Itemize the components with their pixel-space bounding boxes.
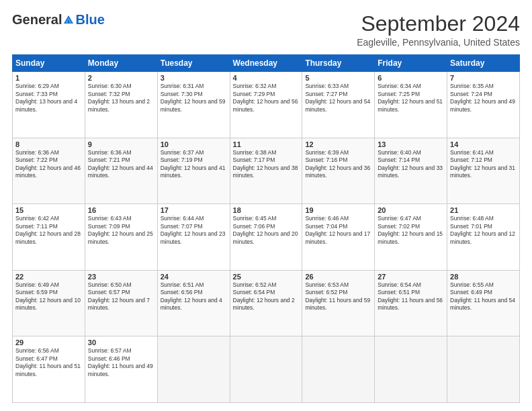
- day-cell-21: 21 Sunrise: 6:48 AMSunset: 7:01 PMDaylig…: [447, 204, 520, 271]
- day-cell-20: 20 Sunrise: 6:47 AMSunset: 7:02 PMDaylig…: [375, 204, 447, 271]
- empty-cell: [447, 336, 520, 403]
- day-number: 3: [161, 74, 227, 82]
- day-number: 26: [305, 273, 371, 281]
- day-cell-26: 26 Sunrise: 6:53 AMSunset: 6:52 PMDaylig…: [302, 270, 375, 336]
- day-info: Sunrise: 6:44 AMSunset: 7:07 PMDaylight:…: [161, 215, 226, 244]
- day-info: Sunrise: 6:50 AMSunset: 6:57 PMDaylight:…: [88, 281, 150, 311]
- day-cell-12: 12 Sunrise: 6:39 AMSunset: 7:16 PMDaylig…: [302, 138, 375, 204]
- day-info: Sunrise: 6:48 AMSunset: 7:01 PMDaylight:…: [450, 215, 515, 244]
- day-number: 19: [305, 206, 371, 214]
- day-number: 25: [233, 273, 300, 281]
- day-cell-22: 22 Sunrise: 6:49 AMSunset: 6:59 PMDaylig…: [13, 270, 85, 336]
- day-info: Sunrise: 6:45 AMSunset: 7:06 PMDaylight:…: [233, 215, 298, 244]
- day-info: Sunrise: 6:54 AMSunset: 6:51 PMDaylight:…: [378, 281, 443, 311]
- day-number: 4: [233, 74, 300, 82]
- day-info: Sunrise: 6:40 AMSunset: 7:14 PMDaylight:…: [378, 149, 443, 179]
- weekday-thursday: Thursday: [302, 55, 375, 72]
- day-cell-10: 10 Sunrise: 6:37 AMSunset: 7:19 PMDaylig…: [157, 138, 230, 204]
- day-cell-9: 9 Sunrise: 6:36 AMSunset: 7:21 PMDayligh…: [85, 138, 157, 204]
- day-number: 1: [15, 74, 82, 82]
- title-block: September 2024 Eagleville, Pennsylvania,…: [357, 12, 520, 48]
- day-info: Sunrise: 6:51 AMSunset: 6:56 PMDaylight:…: [161, 281, 222, 311]
- day-number: 27: [378, 273, 444, 281]
- weekday-sunday: Sunday: [13, 55, 85, 72]
- day-number: 11: [233, 140, 300, 148]
- day-number: 6: [378, 74, 444, 82]
- day-info: Sunrise: 6:47 AMSunset: 7:02 PMDaylight:…: [378, 215, 443, 244]
- day-info: Sunrise: 6:29 AMSunset: 7:33 PMDaylight:…: [15, 83, 77, 112]
- day-info: Sunrise: 6:36 AMSunset: 7:21 PMDaylight:…: [88, 149, 153, 179]
- day-number: 18: [233, 206, 300, 214]
- week-row-4: 22 Sunrise: 6:49 AMSunset: 6:59 PMDaylig…: [13, 270, 520, 336]
- day-cell-2: 2 Sunrise: 6:30 AMSunset: 7:32 PMDayligh…: [85, 72, 157, 138]
- day-cell-28: 28 Sunrise: 6:55 AMSunset: 6:49 PMDaylig…: [447, 270, 520, 336]
- logo-icon: [62, 14, 75, 26]
- day-info: Sunrise: 6:33 AMSunset: 7:27 PMDaylight:…: [305, 83, 370, 112]
- day-cell-24: 24 Sunrise: 6:51 AMSunset: 6:56 PMDaylig…: [157, 270, 230, 336]
- empty-cell: [375, 336, 447, 403]
- day-number: 5: [305, 74, 371, 82]
- day-cell-25: 25 Sunrise: 6:52 AMSunset: 6:54 PMDaylig…: [230, 270, 302, 336]
- weekday-tuesday: Tuesday: [157, 55, 230, 72]
- day-number: 20: [378, 206, 444, 214]
- day-cell-15: 15 Sunrise: 6:42 AMSunset: 7:11 PMDaylig…: [13, 204, 85, 271]
- page: General Blue September 2024 Eagleville, …: [0, 0, 532, 411]
- day-info: Sunrise: 6:37 AMSunset: 7:19 PMDaylight:…: [161, 149, 226, 179]
- day-cell-5: 5 Sunrise: 6:33 AMSunset: 7:27 PMDayligh…: [302, 72, 375, 138]
- day-info: Sunrise: 6:32 AMSunset: 7:29 PMDaylight:…: [233, 83, 298, 112]
- month-title: September 2024: [357, 12, 520, 36]
- day-number: 14: [450, 140, 517, 148]
- day-info: Sunrise: 6:43 AMSunset: 7:09 PMDaylight:…: [88, 215, 153, 244]
- day-info: Sunrise: 6:38 AMSunset: 7:17 PMDaylight:…: [233, 149, 298, 179]
- day-info: Sunrise: 6:52 AMSunset: 6:54 PMDaylight:…: [233, 281, 295, 311]
- day-info: Sunrise: 6:46 AMSunset: 7:04 PMDaylight:…: [305, 215, 370, 244]
- day-info: Sunrise: 6:42 AMSunset: 7:11 PMDaylight:…: [15, 215, 81, 244]
- location-title: Eagleville, Pennsylvania, United States: [357, 37, 520, 48]
- day-number: 24: [161, 273, 227, 281]
- week-row-5: 29 Sunrise: 6:56 AMSunset: 6:47 PMDaylig…: [13, 336, 520, 403]
- day-info: Sunrise: 6:55 AMSunset: 6:49 PMDaylight:…: [450, 281, 515, 311]
- day-cell-6: 6 Sunrise: 6:34 AMSunset: 7:25 PMDayligh…: [375, 72, 447, 138]
- day-number: 16: [88, 206, 154, 214]
- weekday-monday: Monday: [85, 55, 157, 72]
- day-number: 29: [15, 338, 82, 347]
- day-cell-30: 30 Sunrise: 6:57 AMSunset: 6:46 PMDaylig…: [85, 336, 157, 403]
- logo: General Blue: [12, 12, 105, 28]
- logo-general: General: [12, 12, 62, 28]
- day-cell-13: 13 Sunrise: 6:40 AMSunset: 7:14 PMDaylig…: [375, 138, 447, 204]
- day-cell-23: 23 Sunrise: 6:50 AMSunset: 6:57 PMDaylig…: [85, 270, 157, 336]
- day-number: 15: [15, 206, 82, 214]
- day-cell-18: 18 Sunrise: 6:45 AMSunset: 7:06 PMDaylig…: [230, 204, 302, 271]
- day-cell-27: 27 Sunrise: 6:54 AMSunset: 6:51 PMDaylig…: [375, 270, 447, 336]
- day-number: 8: [15, 140, 82, 148]
- day-info: Sunrise: 6:35 AMSunset: 7:24 PMDaylight:…: [450, 83, 515, 112]
- day-cell-17: 17 Sunrise: 6:44 AMSunset: 7:07 PMDaylig…: [157, 204, 230, 271]
- day-cell-7: 7 Sunrise: 6:35 AMSunset: 7:24 PMDayligh…: [447, 72, 520, 138]
- day-info: Sunrise: 6:39 AMSunset: 7:16 PMDaylight:…: [305, 149, 370, 179]
- empty-cell: [302, 336, 375, 403]
- day-cell-3: 3 Sunrise: 6:31 AMSunset: 7:30 PMDayligh…: [157, 72, 230, 138]
- day-number: 7: [450, 74, 517, 82]
- header: General Blue September 2024 Eagleville, …: [12, 12, 520, 48]
- weekday-friday: Friday: [375, 55, 447, 72]
- day-number: 13: [378, 140, 444, 148]
- calendar: SundayMondayTuesdayWednesdayThursdayFrid…: [12, 54, 520, 403]
- day-info: Sunrise: 6:56 AMSunset: 6:47 PMDaylight:…: [15, 347, 81, 377]
- empty-cell: [157, 336, 230, 403]
- day-info: Sunrise: 6:57 AMSunset: 6:46 PMDaylight:…: [88, 347, 153, 377]
- day-number: 28: [450, 273, 517, 281]
- day-cell-14: 14 Sunrise: 6:41 AMSunset: 7:12 PMDaylig…: [447, 138, 520, 204]
- weekday-saturday: Saturday: [447, 55, 520, 72]
- day-cell-4: 4 Sunrise: 6:32 AMSunset: 7:29 PMDayligh…: [230, 72, 302, 138]
- empty-cell: [230, 336, 302, 403]
- day-number: 22: [15, 273, 82, 281]
- day-cell-8: 8 Sunrise: 6:36 AMSunset: 7:22 PMDayligh…: [13, 138, 85, 204]
- day-number: 2: [88, 74, 154, 82]
- day-number: 17: [161, 206, 227, 214]
- logo-blue: Blue: [75, 12, 104, 28]
- week-row-2: 8 Sunrise: 6:36 AMSunset: 7:22 PMDayligh…: [13, 138, 520, 204]
- day-info: Sunrise: 6:31 AMSunset: 7:30 PMDaylight:…: [161, 83, 226, 112]
- calendar-body: 1 Sunrise: 6:29 AMSunset: 7:33 PMDayligh…: [13, 72, 520, 403]
- week-row-1: 1 Sunrise: 6:29 AMSunset: 7:33 PMDayligh…: [13, 72, 520, 138]
- week-row-3: 15 Sunrise: 6:42 AMSunset: 7:11 PMDaylig…: [13, 204, 520, 271]
